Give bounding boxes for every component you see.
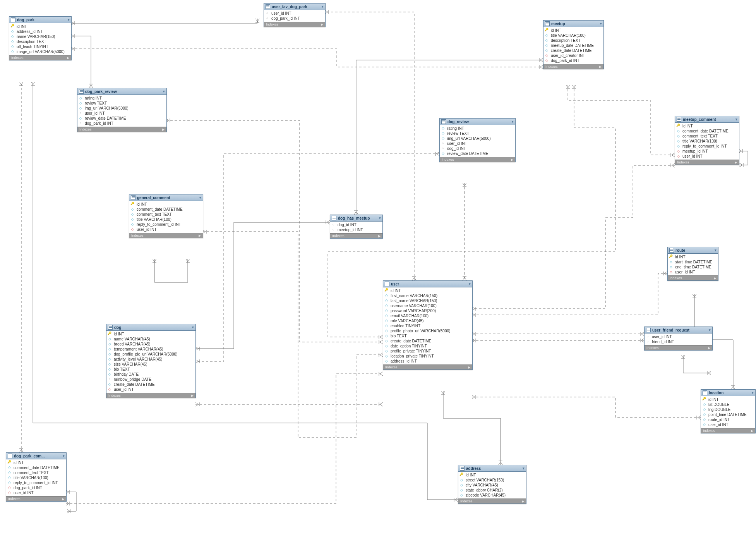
column[interactable]: img_url VARCHAR(5000) — [77, 106, 166, 111]
column[interactable]: profile_photo_url VARCHAR(5000) — [383, 328, 472, 333]
column[interactable]: dog_id INT — [440, 146, 515, 151]
column[interactable]: birthday DATE — [106, 372, 195, 377]
entity-route[interactable]: route▾id INTstart_time DATETIMEend_time … — [667, 247, 718, 281]
column[interactable]: last_name VARCHAR(150) — [383, 298, 472, 303]
column[interactable]: meetup_date DATETIME — [543, 43, 603, 48]
entity-menu-icon[interactable]: ▾ — [68, 18, 70, 22]
column[interactable]: title VARCHAR(100) — [6, 475, 66, 480]
column[interactable]: temperament VARCHAR(45) — [106, 347, 195, 352]
column[interactable]: address_id INT — [383, 359, 472, 364]
column[interactable]: bio TEXT — [106, 367, 195, 372]
column[interactable]: user_id INT — [668, 270, 718, 275]
column[interactable]: user_id_creator INT — [543, 53, 603, 58]
column[interactable]: comment_date DATETIME — [675, 129, 739, 134]
entity-header[interactable]: dog_review▾ — [440, 119, 515, 125]
indexes-footer[interactable]: Indexes▶ — [9, 55, 71, 60]
column[interactable]: review TEXT — [440, 131, 515, 136]
column[interactable]: city VARCHAR(45) — [458, 483, 526, 488]
column[interactable]: point_time DATETIME — [701, 412, 755, 417]
entity-header[interactable]: location▾ — [701, 390, 755, 396]
indexes-footer[interactable]: Indexes▶ — [264, 22, 325, 27]
column[interactable]: route_id INT — [701, 417, 755, 422]
entity-header[interactable]: dog_park_review▾ — [77, 88, 166, 95]
column[interactable]: zipcode VARCHAR(45) — [458, 493, 526, 498]
entity-header[interactable]: route▾ — [668, 247, 718, 254]
entity-menu-icon[interactable]: ▾ — [63, 454, 65, 458]
entity-menu-icon[interactable]: ▾ — [322, 5, 324, 9]
column[interactable]: img_url VARCHAR(5000) — [440, 136, 515, 141]
indexes-footer[interactable]: Indexes▶ — [701, 428, 755, 433]
column[interactable]: role VARCHAR(45) — [383, 318, 472, 323]
column[interactable]: state_abbrv CHAR(2) — [458, 488, 526, 493]
indexes-footer[interactable]: Indexes▶ — [668, 275, 718, 280]
column[interactable]: name VARCHAR(45) — [106, 337, 195, 342]
entity-header[interactable]: meetup_comment▾ — [675, 116, 739, 123]
column[interactable]: create_date DATETIME — [543, 48, 603, 53]
column[interactable]: breed VARCHAR(45) — [106, 342, 195, 347]
column[interactable]: user_id INT — [77, 111, 166, 116]
column[interactable]: user_id INT — [675, 154, 739, 159]
entity-menu-icon[interactable]: ▾ — [709, 328, 711, 332]
column[interactable]: off_leash TINYINT — [9, 44, 71, 49]
column[interactable]: activity_level VARCHAR(45) — [106, 357, 195, 362]
entity-menu-icon[interactable]: ▾ — [469, 282, 471, 286]
column[interactable]: name VARCHAR(150) — [9, 34, 71, 39]
column[interactable]: comment_text TEXT — [675, 134, 739, 139]
indexes-footer[interactable]: Indexes▶ — [440, 157, 515, 162]
entity-address[interactable]: address▾id INTstreet VARCHAR(150)city VA… — [458, 465, 526, 504]
column[interactable]: size VARCHAR(45) — [106, 362, 195, 367]
column[interactable]: end_time DATETIME — [668, 265, 718, 270]
column[interactable]: id INT — [458, 473, 526, 478]
column[interactable]: address_id INT — [9, 29, 71, 34]
column[interactable]: id INT — [106, 332, 195, 337]
column[interactable]: description TEXT — [9, 39, 71, 44]
indexes-footer[interactable]: Indexes▶ — [543, 64, 603, 69]
entity-menu-icon[interactable]: ▾ — [192, 325, 194, 329]
column[interactable]: user_id INT — [129, 227, 203, 232]
entity-header[interactable]: dog_park_com...▾ — [6, 453, 66, 459]
column[interactable]: id INT — [701, 397, 755, 402]
entity-dog_review[interactable]: dog_review▾rating INTreview TEXTimg_url … — [439, 118, 516, 162]
column[interactable]: user_id INT — [440, 141, 515, 146]
column[interactable]: dog_park_id INT — [543, 58, 603, 63]
column[interactable]: profile_private TINYINT — [383, 349, 472, 354]
column[interactable]: comment_text TEXT — [6, 470, 66, 475]
entity-header[interactable]: address▾ — [458, 465, 526, 472]
indexes-footer[interactable]: Indexes▶ — [645, 345, 712, 350]
entity-dog_park_review[interactable]: dog_park_review▾rating INTreview TEXTimg… — [77, 88, 167, 132]
column[interactable]: email VARCHAR(100) — [383, 313, 472, 318]
column[interactable]: dog_park_id INT — [77, 121, 166, 126]
entity-menu-icon[interactable]: ▾ — [523, 466, 525, 470]
column[interactable]: review_date DATETIME — [440, 151, 515, 156]
entity-header[interactable]: general_comment▾ — [129, 194, 203, 201]
entity-menu-icon[interactable]: ▾ — [512, 120, 514, 124]
entity-meetup_comment[interactable]: meetup_comment▾id INTcomment_date DATETI… — [675, 116, 739, 165]
column[interactable]: reply_to_comment_id INT — [129, 222, 203, 227]
entity-menu-icon[interactable]: ▾ — [163, 89, 165, 93]
entity-general_comment[interactable]: general_comment▾id INTcomment_date DATET… — [129, 194, 203, 238]
entity-menu-icon[interactable]: ▾ — [715, 248, 717, 252]
entity-menu-icon[interactable]: ▾ — [752, 391, 754, 395]
entity-header[interactable]: user_friend_request▾ — [645, 327, 712, 333]
column[interactable]: rating INT — [77, 96, 166, 101]
column[interactable]: enabled TINYINT — [383, 323, 472, 328]
column[interactable]: id INT — [543, 28, 603, 33]
entity-dog[interactable]: dog▾id INTname VARCHAR(45)breed VARCHAR(… — [106, 324, 196, 398]
column[interactable]: username VARCHAR(100) — [383, 303, 472, 308]
entity-header[interactable]: dog_has_meetup▾ — [330, 215, 382, 222]
column[interactable]: user_id INT — [264, 11, 325, 16]
column[interactable]: user_id INT — [6, 490, 66, 495]
indexes-footer[interactable]: Indexes▶ — [77, 127, 166, 132]
column[interactable]: rainbow_bridge DATE — [106, 377, 195, 382]
column[interactable]: password VARCHAR(200) — [383, 308, 472, 313]
column[interactable]: review_date DATETIME — [77, 116, 166, 121]
column[interactable]: title VARCHAR(100) — [675, 139, 739, 144]
column[interactable]: dog_profile_pic_url VARCHAR(5000) — [106, 352, 195, 357]
entity-header[interactable]: dog▾ — [106, 324, 195, 331]
column[interactable]: user_id INT — [645, 334, 712, 339]
column[interactable]: description TEXT — [543, 38, 603, 43]
column[interactable]: location_private TINYINT — [383, 354, 472, 359]
entity-user_fav_dog_park[interactable]: user_fav_dog_park▾user_id INTdog_park_id… — [264, 3, 326, 27]
column[interactable]: lng DOUBLE — [701, 407, 755, 412]
column[interactable]: street VARCHAR(150) — [458, 478, 526, 483]
